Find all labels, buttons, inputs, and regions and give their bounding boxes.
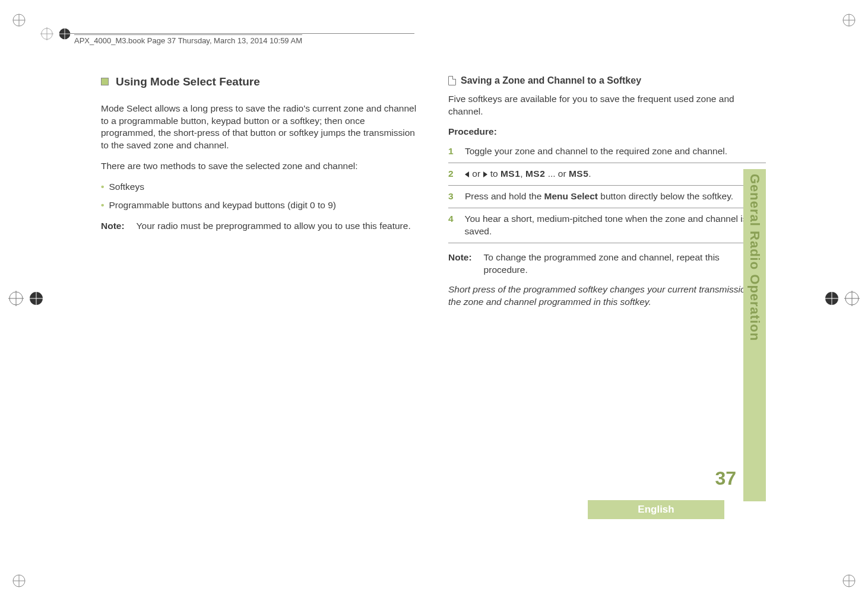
list-item-text: Softkeys: [109, 181, 144, 193]
paragraph: Mode Select allows a long press to save …: [101, 103, 419, 152]
reg-mark-icon: [842, 13, 856, 27]
procedure-step: 4 You hear a short, medium-pitched tone …: [448, 213, 766, 243]
bullet-list: • Softkeys • Programmable buttons and ke…: [101, 181, 419, 212]
crosshair-icon: [8, 291, 44, 306]
paragraph: There are two methods to save the select…: [101, 160, 419, 173]
crosshair-icon: [824, 291, 860, 306]
left-column: Using Mode Select Feature Mode Select al…: [101, 74, 419, 309]
reg-mark-icon: [12, 13, 26, 27]
bullet-dot-icon: •: [101, 181, 104, 193]
step-number: 3: [448, 190, 457, 203]
reg-mark-icon: [842, 574, 856, 588]
crosshair-icon: [58, 27, 71, 40]
square-bullet-icon: [101, 78, 109, 85]
document-icon: [448, 76, 456, 85]
page-header-text: APX_4000_M3.book Page 37 Thursday, March…: [74, 34, 302, 45]
step-text: Press and hold the Menu Select button di…: [465, 190, 733, 203]
crosshair-icon: [40, 27, 53, 40]
procedure-step: 1 Toggle your zone and channel to the re…: [448, 145, 766, 163]
subsection-title: Saving a Zone and Channel to a Softkey: [448, 74, 766, 87]
paragraph: Five softkeys are available for you to s…: [448, 93, 766, 118]
italic-note: Short press of the programmed softkey ch…: [448, 284, 766, 309]
page-content: Using Mode Select Feature Mode Select al…: [101, 74, 766, 525]
procedure-label: Procedure:: [448, 126, 766, 138]
triangle-left-icon: [465, 171, 469, 177]
note: Note: Your radio must be preprogrammed t…: [101, 220, 419, 233]
side-tab-label: General Radio Operation: [747, 174, 762, 341]
step-text: You hear a short, medium-pitched tone wh…: [465, 213, 766, 238]
section-title: Using Mode Select Feature: [101, 74, 419, 90]
page-number: 37: [715, 468, 736, 489]
procedure-step: 3 Press and hold the Menu Select button …: [448, 190, 766, 208]
note-body: Your radio must be preprogrammed to allo…: [137, 220, 411, 233]
procedure-step: 2 or to MS1, MS2 ... or MS5.: [448, 168, 766, 186]
header-rule: [70, 33, 414, 34]
step-text: Toggle your zone and channel to the requ…: [465, 145, 727, 158]
note: Note: To change the programmed zone and …: [448, 252, 766, 276]
note-label: Note:: [448, 252, 472, 276]
list-item: • Programmable buttons and keypad button…: [101, 199, 419, 212]
language-box: English: [588, 500, 724, 519]
subsection-title-text: Saving a Zone and Channel to a Softkey: [461, 74, 641, 87]
right-column: Saving a Zone and Channel to a Softkey F…: [448, 74, 766, 309]
step-number: 2: [448, 168, 457, 180]
section-title-text: Using Mode Select Feature: [116, 74, 260, 90]
step-text: or to MS1, MS2 ... or MS5.: [465, 168, 591, 180]
bullet-dot-icon: •: [101, 199, 104, 212]
note-label: Note:: [101, 220, 125, 233]
step-number: 1: [448, 145, 457, 158]
list-item: • Softkeys: [101, 181, 419, 193]
note-body: To change the programmed zone and channe…: [484, 252, 766, 276]
reg-mark-icon: [12, 574, 26, 588]
step-number: 4: [448, 213, 457, 238]
list-item-text: Programmable buttons and keypad buttons …: [109, 199, 336, 212]
